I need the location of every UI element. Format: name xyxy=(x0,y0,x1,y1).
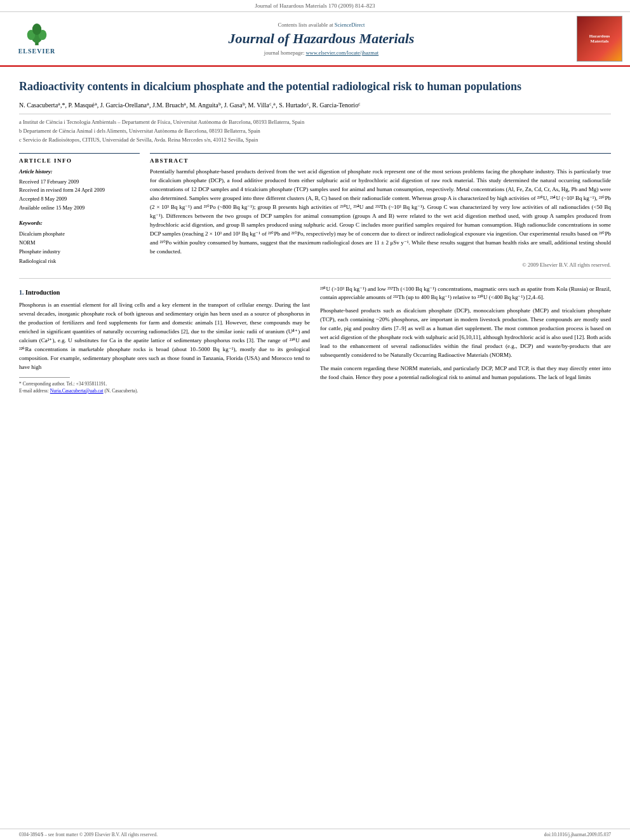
keywords-block: Keywords: Dicalcium phosphate NORM Phosp… xyxy=(19,218,140,265)
email-label: E-mail address: xyxy=(19,388,49,394)
footnote-divider xyxy=(19,377,70,378)
article-history: Article history: Received 17 February 20… xyxy=(19,168,140,212)
contents-available-line: Contents lists available at ScienceDirec… xyxy=(278,22,365,28)
main-content: 1. Introduction Phosphorus is an essenti… xyxy=(19,285,611,395)
available-date: Available online 15 May 2009 xyxy=(19,204,84,211)
footer-doi: doi:10.1016/j.jhazmat.2009.05.037 xyxy=(544,832,611,837)
article-info-label: ARTICLE INFO xyxy=(19,157,140,164)
article-title: Radioactivity contents in dicalcium phos… xyxy=(19,79,611,94)
article-info-col: ARTICLE INFO Article history: Received 1… xyxy=(19,153,140,267)
keyword-2: NORM xyxy=(19,239,36,246)
copyright-line: © 2009 Elsevier B.V. All rights reserved… xyxy=(150,262,611,268)
accepted-date: Accepted 8 May 2009 xyxy=(19,196,67,202)
footnote-block: * Corresponding author. Tel.: +34 935811… xyxy=(19,380,310,395)
intro-para-1: Phosphorus is an essential element for a… xyxy=(19,301,310,372)
keyword-1: Dicalcium phosphate xyxy=(19,230,65,237)
journal-cover-image: Hazardous Materials xyxy=(577,16,622,62)
abstract-label: ABSTRACT xyxy=(150,157,611,164)
affiliation-b: b Departament de Ciència Animal i dels A… xyxy=(19,127,611,136)
elsevier-name: ELSEVIER xyxy=(18,48,56,55)
info-abstract-section: ARTICLE INFO Article history: Received 1… xyxy=(19,153,611,267)
top-bar: Journal of Hazardous Materials 170 (2009… xyxy=(0,0,630,12)
affiliation-a: a Institut de Ciència i Tecnologia Ambie… xyxy=(19,118,611,127)
section-number: 1. xyxy=(19,289,24,296)
elsevier-tree-icon xyxy=(21,23,53,46)
footer-issn: 0304-3894/$ – see front matter © 2009 El… xyxy=(19,832,158,837)
intro-section-title: 1. Introduction xyxy=(19,288,310,298)
affiliations: a Institut de Ciència i Tecnologia Ambie… xyxy=(19,114,611,144)
intro-para-3: Phosphate-based products such as dicalci… xyxy=(320,307,611,360)
section-divider xyxy=(19,278,611,279)
svg-point-4 xyxy=(32,23,41,35)
section-title-text: Introduction xyxy=(25,289,60,296)
corresponding-author-note: * Corresponding author. Tel.: +34 935811… xyxy=(19,381,107,387)
page: Journal of Hazardous Materials 170 (2009… xyxy=(0,0,630,840)
received-date: Received 17 February 2009 xyxy=(19,178,79,185)
keyword-4: Radiological risk xyxy=(19,258,56,264)
journal-header: ELSEVIER Contents lists available at Sci… xyxy=(0,12,630,67)
intro-para-4: The main concern regarding these NORM ma… xyxy=(320,364,611,382)
journal-cover-area: Hazardous Materials xyxy=(574,16,625,62)
email-link[interactable]: Nuria.Casacuberta@uab.cat xyxy=(50,388,104,394)
history-label: Article history: xyxy=(19,168,140,177)
publisher-logo-area: ELSEVIER xyxy=(5,16,69,62)
journal-title: Journal of Hazardous Materials xyxy=(229,30,415,47)
journal-title-area: Contents lists available at ScienceDirec… xyxy=(72,16,570,62)
homepage-url[interactable]: www.elsevier.com/locate/jhazmat xyxy=(305,50,379,56)
email-suffix: (N. Casacuberta). xyxy=(105,388,138,394)
elsevier-logo: ELSEVIER xyxy=(18,23,56,55)
keywords-label: Keywords: xyxy=(19,218,140,227)
footer-bar: 0304-3894/$ – see front matter © 2009 El… xyxy=(0,829,630,840)
article-body: Radioactivity contents in dicalcium phos… xyxy=(0,67,630,829)
abstract-text: Potentially harmful phosphate-based prod… xyxy=(150,168,611,256)
revised-date: Received in revised form 24 April 2009 xyxy=(19,187,105,193)
journal-citation: Journal of Hazardous Materials 170 (2009… xyxy=(255,3,375,9)
sciencedirect-link[interactable]: ScienceDirect xyxy=(335,22,365,28)
affiliation-c: c Servicio de Radioisótopos, CITIUS, Uni… xyxy=(19,136,611,145)
homepage-line: journal homepage: www.elsevier.com/locat… xyxy=(264,50,379,56)
intro-left-col: 1. Introduction Phosphorus is an essenti… xyxy=(19,285,310,395)
intro-right-col: ²³⁸U (>10³ Bq kg⁻¹) and low ²³²Th (<100 … xyxy=(320,285,611,395)
abstract-col: ABSTRACT Potentially harmful phosphate-b… xyxy=(150,153,611,267)
intro-para-2: ²³⁸U (>10³ Bq kg⁻¹) and low ²³²Th (<100 … xyxy=(320,285,611,303)
authors-line: N. Casacubertaᵃ,*, P. Masquéᵃ, J. Garcia… xyxy=(19,100,611,110)
keyword-3: Phosphate industry xyxy=(19,248,60,255)
